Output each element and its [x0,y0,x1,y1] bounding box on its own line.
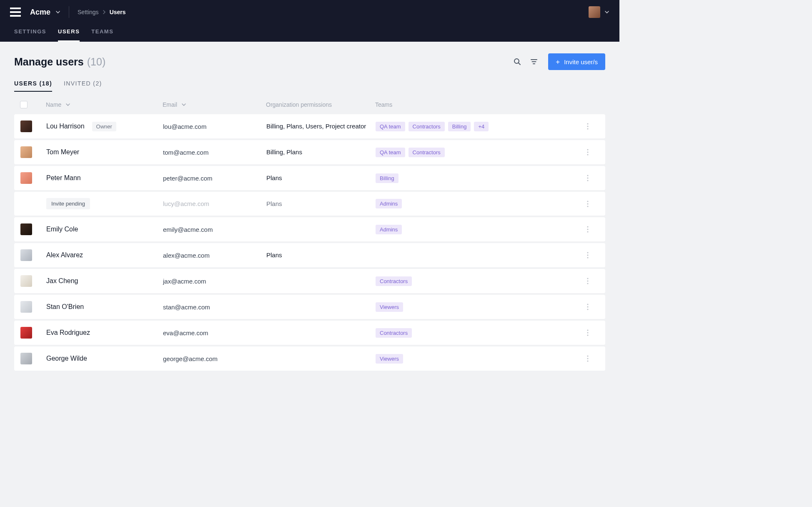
sub-tabs: USERS (18) INVITED (2) [14,80,605,92]
chevron-down-icon [65,102,70,107]
top-bar: Acme Settings Users SETTINGS USERS TEAMS [0,0,619,42]
row-actions-button[interactable] [582,327,593,338]
user-email: lucy@acme.com [163,200,209,207]
row-actions-button[interactable] [582,250,593,261]
svg-point-14 [587,201,588,202]
invite-button-label: Invite user/s [564,58,598,65]
team-chip[interactable]: Contractors [409,148,445,157]
team-chip[interactable]: +4 [474,122,489,131]
svg-point-11 [587,175,588,176]
owner-badge: Owner [92,122,116,131]
search-button[interactable] [509,53,526,70]
svg-point-25 [587,283,588,284]
invite-pending-badge: Invite pending [46,198,90,209]
more-vertical-icon [587,252,589,259]
team-chip[interactable]: Admins [376,225,402,234]
column-header-permissions[interactable]: Organization permissions [266,101,375,108]
svg-point-7 [587,128,588,129]
svg-point-33 [587,358,588,359]
column-teams-label: Teams [375,101,392,108]
org-switcher[interactable]: Acme [30,8,60,17]
user-permissions: Billing, Plans [266,148,302,156]
svg-point-17 [587,226,588,227]
team-chip[interactable]: Billing [448,122,471,131]
user-avatar [20,223,32,235]
row-actions-button[interactable] [582,276,593,286]
svg-point-20 [587,252,588,253]
more-vertical-icon [587,355,589,362]
menu-icon[interactable] [10,8,21,17]
more-vertical-icon [587,149,589,156]
svg-point-16 [587,206,588,207]
breadcrumb-current: Users [110,9,126,15]
column-header-email[interactable]: Email [163,101,266,108]
svg-point-32 [587,355,588,356]
user-name[interactable]: Lou Harrison [46,123,85,130]
team-chip[interactable]: Billing [376,173,398,183]
user-avatar [20,249,32,261]
profile-menu-toggle[interactable] [604,10,609,15]
subtab-invited[interactable]: INVITED (2) [64,80,102,92]
row-actions-button[interactable] [582,353,593,364]
divider [69,6,69,18]
subtab-users[interactable]: USERS (18) [14,80,52,92]
user-name[interactable]: George Wilde [46,355,87,362]
svg-point-5 [587,123,588,124]
user-name[interactable]: Peter Mann [46,174,81,182]
tab-teams[interactable]: TEAMS [91,24,113,42]
team-chip[interactable]: Contractors [376,328,412,338]
table-row: Emily Coleemily@acme.comAdmins [14,217,605,241]
tab-settings[interactable]: SETTINGS [14,24,46,42]
search-icon [513,58,521,66]
team-chip[interactable]: Contractors [376,276,412,286]
column-header-name[interactable]: Name [46,101,163,108]
team-chip[interactable]: QA team [376,122,405,131]
svg-point-19 [587,231,588,232]
select-all-checkbox[interactable] [20,101,28,108]
team-chip[interactable]: Viewers [376,302,403,312]
svg-point-23 [587,278,588,279]
table-row: Lou HarrisonOwnerlou@acme.comBilling, Pl… [14,114,605,138]
top-nav: SETTINGS USERS TEAMS [0,24,619,42]
team-chip[interactable]: QA team [376,148,405,157]
svg-point-30 [587,332,588,333]
org-name: Acme [30,8,50,17]
tab-users[interactable]: USERS [58,24,80,42]
user-name[interactable]: Jax Cheng [46,277,78,285]
more-vertical-icon [587,226,589,233]
user-name[interactable]: Tom Meyer [46,148,79,156]
user-permissions: Plans [266,200,282,207]
user-avatar [20,120,32,132]
svg-point-29 [587,329,588,331]
user-name[interactable]: Emily Cole [46,226,78,233]
user-avatar [20,275,32,287]
svg-point-18 [587,228,588,230]
profile-avatar[interactable] [589,6,600,18]
table-row: Tom Meyertom@acme.comBilling, PlansQA te… [14,140,605,164]
user-name[interactable]: Alex Alvarez [46,251,83,259]
row-actions-button[interactable] [582,173,593,183]
user-email: eva@acme.com [163,329,208,336]
more-vertical-icon [587,175,589,181]
user-avatar [20,353,32,364]
more-vertical-icon [587,329,589,336]
row-actions-button[interactable] [582,224,593,235]
breadcrumb-root[interactable]: Settings [78,9,99,15]
user-name[interactable]: Stan O'Brien [46,303,84,311]
table-row: Stan O'Brienstan@acme.comViewers [14,295,605,319]
table-row: Eva Rodriguezeva@acme.comContractors [14,321,605,345]
filter-button[interactable] [526,53,542,70]
filter-icon [530,58,538,66]
team-chip[interactable]: Contractors [409,122,445,131]
invite-user-button[interactable]: + Invite user/s [548,53,605,70]
team-chip[interactable]: Viewers [376,354,403,364]
team-chip[interactable]: Admins [376,199,402,208]
user-name[interactable]: Eva Rodriguez [46,329,90,336]
row-actions-button[interactable] [582,147,593,158]
row-actions-button[interactable] [582,121,593,132]
user-avatar [20,301,32,313]
row-actions-button[interactable] [582,198,593,209]
row-actions-button[interactable] [582,301,593,312]
user-avatar [20,327,32,339]
column-header-teams[interactable]: Teams [375,101,583,108]
